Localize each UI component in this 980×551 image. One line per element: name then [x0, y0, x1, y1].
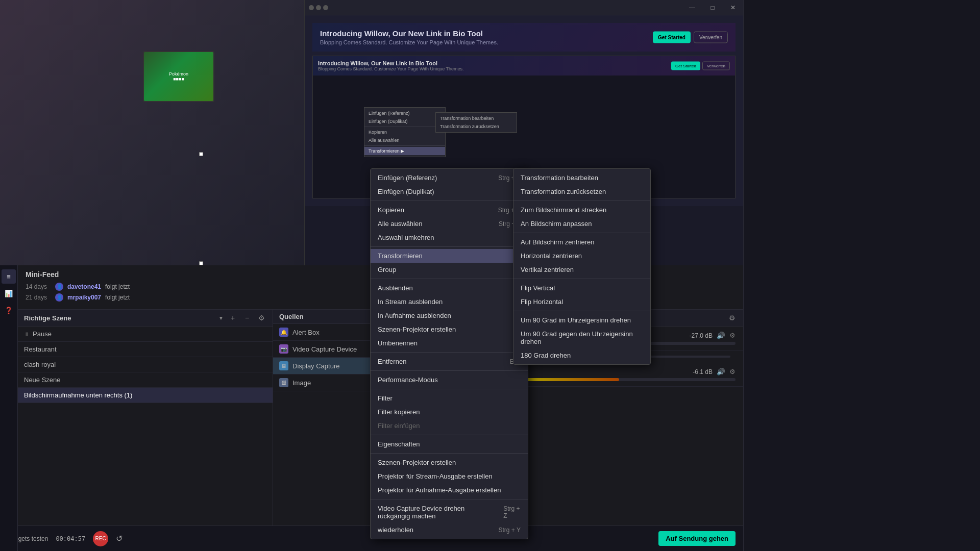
sidebar-help-btn[interactable]: ❓	[2, 303, 16, 317]
pokemon-thumbnail: Pokémon■■■■	[143, 51, 214, 102]
sub-transform-edit-label: Transformation bearbeiten	[521, 174, 598, 182]
source-video-label: Video Capture Device	[292, 345, 357, 353]
desktop-mute-btn[interactable]: 🔊	[717, 332, 725, 339]
nested-browser-header	[305, 0, 743, 15]
sub-stretch-screen[interactable]: Zum Bildschirmrand strecken	[513, 203, 650, 217]
menu-hide-stream[interactable]: In Stream ausblenden	[371, 295, 528, 309]
sub-center-screen[interactable]: Auf Bildschirm zentrieren	[513, 235, 650, 249]
right-sidebar	[743, 0, 980, 551]
close-btn[interactable]: ✕	[723, 0, 743, 15]
menu-remove[interactable]: Entfernen Entf	[371, 355, 528, 368]
selection-handle-bl[interactable]	[199, 261, 203, 265]
menu-sep7	[371, 435, 528, 435]
mic-channel-db: -6.1 dB	[693, 368, 713, 375]
window-controls: — □ ✕	[682, 0, 743, 15]
scene-item-pause[interactable]: ⏸ Pause	[18, 327, 273, 342]
sub-flip-v-label: Flip Vertical	[521, 284, 555, 292]
nested-verwerfen-btn[interactable]: Verwerfen	[694, 32, 728, 43]
menu-select-all[interactable]: Alle auswählen Strg + A	[371, 217, 528, 231]
source-display-label: Display Capture	[292, 362, 340, 370]
menu-stream-proj[interactable]: Projektor für Stream-Ausgabe erstellen	[371, 469, 528, 483]
sidebar-scenes-btn[interactable]: ≡	[2, 269, 16, 284]
scene-label-bildschirm: Bildschirmaufnahme unten rechts (1)	[24, 391, 132, 399]
sub-transform-reset[interactable]: Transformation zurücksetzen	[513, 185, 650, 198]
scene-item-restaurant[interactable]: Restaurant	[18, 342, 273, 357]
menu-filter-copy[interactable]: Filter kopieren	[371, 405, 528, 419]
menu-undo-label: Video Capture Device drehen rückgängig m…	[378, 505, 493, 520]
nested-menu-item3: Kopieren	[364, 128, 445, 136]
desktop-settings-icon[interactable]: ⚙	[729, 332, 736, 339]
minimize-btn[interactable]: —	[682, 0, 702, 15]
nested-transform-sub: Transformation bearbeiten Transformation…	[435, 112, 517, 133]
menu-transform[interactable]: Transformieren ▶	[371, 249, 528, 263]
scenes-remove-btn[interactable]: −	[242, 313, 252, 323]
menu-hide[interactable]: Ausblenden	[371, 281, 528, 295]
sub-flip-h[interactable]: Flip Horizontal	[513, 295, 650, 309]
menu-redo[interactable]: wiederholen Strg + Y	[371, 523, 528, 537]
mic-settings-icon[interactable]: ⚙	[729, 368, 736, 375]
rec-button[interactable]: REC	[93, 531, 108, 546]
menu-rec-proj[interactable]: Projektor für Aufnahme-Ausgabe erstellen	[371, 483, 528, 497]
sub-flip-v[interactable]: Flip Vertical	[513, 281, 650, 295]
sub-center-h-label: Horizontal zentrieren	[521, 252, 582, 260]
menu-group[interactable]: Group ▶	[371, 263, 528, 277]
sub-rotate-ccw[interactable]: Um 90 Grad gegen den Uhrzeigersinn drehe…	[513, 327, 650, 348]
scene-item-clash[interactable]: clash royal	[18, 357, 273, 372]
scene-label-restaurant: Restaurant	[24, 345, 57, 353]
scenes-add-btn[interactable]: +	[228, 313, 238, 323]
sub-center-screen-label: Auf Bildschirm zentrieren	[521, 238, 595, 246]
sub-transform-edit[interactable]: Transformation bearbeiten	[513, 171, 650, 185]
nested-menu-sep1	[364, 127, 445, 127]
menu-properties[interactable]: Eigenschaften	[371, 437, 528, 451]
sub-center-v[interactable]: Vertikal zentrieren	[513, 263, 650, 277]
reset-btn[interactable]: ↺	[116, 534, 122, 543]
source-display-icon: 🖥	[279, 361, 288, 370]
mixer-settings-btn[interactable]: ⚙	[727, 313, 737, 323]
sub-center-h[interactable]: Horizontal zentrieren	[513, 249, 650, 263]
menu-rec-proj-label: Projektor für Aufnahme-Ausgabe erstellen	[378, 486, 501, 494]
feed-action-1: folgt jetzt	[105, 294, 130, 301]
sub-sep2	[513, 233, 650, 233]
sub-rotate-cw-label: Um 90 Grad im Uhrzeigersinn drehen	[521, 316, 631, 324]
feed-username-0: davetone41	[67, 283, 101, 290]
menu-scene-projector[interactable]: Szenen-Projektor erstellen	[371, 322, 528, 336]
menu-sep6	[371, 389, 528, 389]
menu-filter-paste: Filter einfügen	[371, 419, 528, 433]
maximize-btn[interactable]: □	[702, 0, 723, 15]
start-streaming-btn[interactable]: Auf Sendung gehen	[658, 531, 736, 546]
sub-sep1	[513, 201, 650, 201]
sidebar-stats-btn[interactable]: 📊	[2, 286, 16, 300]
menu-scene-proj2[interactable]: Szenen-Projektor erstellen	[371, 456, 528, 469]
scene-item-neue[interactable]: Neue Szene	[18, 372, 273, 388]
menu-paste-dup[interactable]: Einfügen (Duplikat)	[371, 185, 528, 198]
sub-rotate-180[interactable]: 180 Grad drehen	[513, 348, 650, 362]
nested-menu-sep2	[364, 145, 445, 146]
menu-undo[interactable]: Video Capture Device drehen rückgängig m…	[371, 502, 528, 523]
sub-sep4	[513, 311, 650, 311]
sub-fit-screen[interactable]: An Bildschirm anpassen	[513, 217, 650, 231]
feed-username-1: mrpaiky007	[67, 294, 101, 301]
menu-filter[interactable]: Filter	[371, 391, 528, 405]
menu-properties-label: Eigenschaften	[378, 440, 420, 448]
deep-get-started-btn[interactable]: Get Started	[671, 62, 700, 70]
menu-perf-mode[interactable]: Performance-Modus	[371, 373, 528, 387]
sub-rotate-cw[interactable]: Um 90 Grad im Uhrzeigersinn drehen	[513, 313, 650, 327]
menu-copy[interactable]: Kopieren Strg + C	[371, 203, 528, 217]
deep-bio-banner: Introducing Willow, Our New Link in Bio …	[313, 56, 735, 76]
menu-hide-recording-label: In Aufnahme ausblenden	[378, 312, 451, 319]
selection-handle-tl[interactable]	[199, 152, 203, 156]
scenes-settings-btn[interactable]: ⚙	[256, 313, 266, 323]
sub-sep3	[513, 279, 650, 279]
menu-hide-recording[interactable]: In Aufnahme ausblenden	[371, 309, 528, 322]
menu-copy-label: Kopieren	[378, 206, 404, 214]
menu-invert-sel[interactable]: Auswahl umkehren	[371, 231, 528, 244]
nested-get-started-btn[interactable]: Get Started	[653, 32, 691, 43]
menu-rename[interactable]: Umbenennen	[371, 336, 528, 350]
deep-verwerfen-btn[interactable]: Verwerfen	[702, 62, 730, 70]
source-image-label: Image	[292, 379, 311, 387]
menu-paste-ref[interactable]: Einfügen (Referenz) Strg + V	[371, 171, 528, 185]
scenes-dropdown-arrow[interactable]: ▼	[218, 315, 224, 321]
scene-item-bildschirm[interactable]: Bildschirmaufnahme unten rechts (1)	[18, 388, 273, 403]
mic-mute-btn[interactable]: 🔊	[717, 368, 725, 375]
sub-flip-h-label: Flip Horizontal	[521, 298, 563, 306]
